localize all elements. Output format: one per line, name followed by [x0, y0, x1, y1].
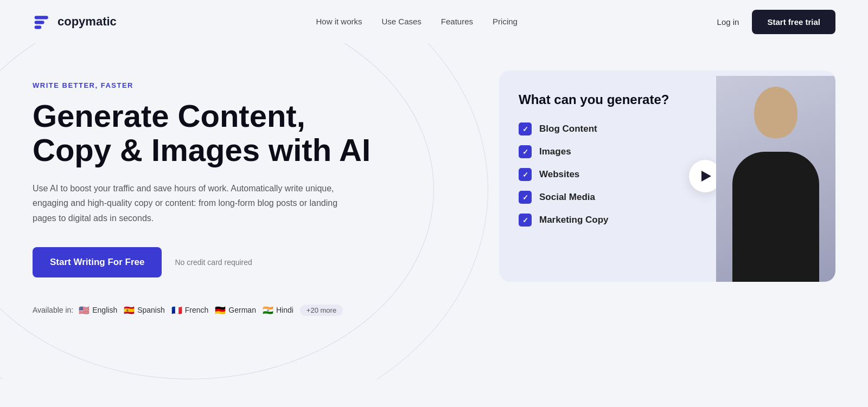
- svg-rect-1: [35, 21, 44, 24]
- flag-english: 🇺🇸: [79, 305, 90, 315]
- hero-section: WRITE BETTER, FASTER Generate Content, C…: [0, 43, 868, 379]
- lang-spanish-label: Spanish: [137, 306, 165, 314]
- lang-french-label: French: [185, 306, 209, 314]
- more-languages-badge[interactable]: +20 more: [300, 305, 343, 316]
- check-icon-websites: [519, 168, 532, 181]
- person-image: [716, 76, 835, 282]
- hero-description: Use AI to boost your traffic and save ho…: [33, 181, 347, 225]
- play-icon: [701, 171, 711, 182]
- start-trial-button[interactable]: Start free trial: [752, 10, 835, 34]
- flag-hindi: 🇮🇳: [263, 305, 273, 315]
- lang-hindi-label: Hindi: [276, 306, 293, 314]
- check-icon-images: [519, 145, 532, 158]
- languages-row: Available in: 🇺🇸 English 🇪🇸 Spanish 🇫🇷 F…: [33, 305, 380, 316]
- checklist-label-blog: Blog Content: [539, 124, 597, 134]
- hero-left: WRITE BETTER, FASTER Generate Content, C…: [33, 65, 380, 316]
- logo-text: copymatic: [58, 15, 117, 29]
- check-icon-social: [519, 191, 532, 204]
- no-credit-card-label: No credit card required: [175, 258, 252, 267]
- check-icon-blog: [519, 122, 532, 135]
- tagline: WRITE BETTER, FASTER: [33, 81, 380, 89]
- login-link[interactable]: Log in: [717, 17, 739, 27]
- generate-card: What can you generate? Blog Content Imag…: [499, 70, 835, 282]
- logo-icon: [33, 12, 52, 31]
- lang-english-label: English: [92, 306, 117, 314]
- lang-german[interactable]: 🇩🇪 German: [215, 305, 256, 315]
- svg-rect-0: [35, 16, 48, 19]
- start-writing-button[interactable]: Start Writing For Free: [33, 247, 162, 277]
- available-label: Available in:: [33, 306, 73, 314]
- flag-spanish: 🇪🇸: [124, 305, 135, 315]
- svg-rect-2: [35, 25, 42, 29]
- lang-hindi[interactable]: 🇮🇳 Hindi: [263, 305, 293, 315]
- checklist-label-social: Social Media: [539, 192, 595, 203]
- hero-title: Generate Content, Copy & Images with AI: [33, 99, 380, 167]
- hero-right: What can you generate? Blog Content Imag…: [499, 70, 835, 282]
- check-icon-marketing: [519, 214, 532, 227]
- lang-french[interactable]: 🇫🇷 French: [171, 305, 209, 315]
- nav-right: Log in Start free trial: [717, 10, 835, 34]
- lang-english[interactable]: 🇺🇸 English: [79, 305, 117, 315]
- nav-pricing[interactable]: Pricing: [493, 17, 518, 26]
- navbar: copymatic How it works Use Cases Feature…: [0, 0, 868, 43]
- checklist-label-marketing: Marketing Copy: [539, 215, 609, 225]
- nav-features[interactable]: Features: [441, 17, 473, 26]
- nav-use-cases[interactable]: Use Cases: [382, 17, 422, 26]
- nav-links: How it works Use Cases Features Pricing: [316, 17, 517, 27]
- flag-german: 🇩🇪: [215, 305, 226, 315]
- cta-row: Start Writing For Free No credit card re…: [33, 247, 380, 277]
- checklist-label-websites: Websites: [539, 169, 579, 180]
- checklist-label-images: Images: [539, 146, 571, 157]
- person-silhouette: [716, 76, 835, 282]
- logo[interactable]: copymatic: [33, 12, 117, 31]
- lang-spanish[interactable]: 🇪🇸 Spanish: [124, 305, 165, 315]
- nav-how-it-works[interactable]: How it works: [316, 17, 362, 26]
- lang-german-label: German: [228, 306, 256, 314]
- flag-french: 🇫🇷: [171, 305, 182, 315]
